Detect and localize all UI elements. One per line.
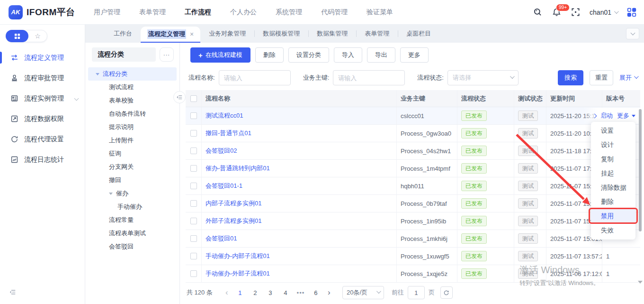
- category-more-button[interactable]: ...: [160, 47, 174, 62]
- table-row[interactable]: 会签驳回01Process_1mkhi6j已发布测试2025-11-07 15:…: [186, 230, 640, 248]
- page-number[interactable]: 3: [264, 286, 277, 299]
- tab-item[interactable]: 工作台: [105, 25, 141, 43]
- tab-close-icon[interactable]: ×: [190, 31, 194, 37]
- row-checkbox[interactable]: [190, 147, 197, 154]
- user-menu[interactable]: chan01: [590, 9, 617, 16]
- search-icon[interactable]: [533, 8, 542, 17]
- category-tree-node[interactable]: 表单校验: [85, 94, 179, 107]
- table-scrollbar[interactable]: [639, 109, 642, 231]
- page-number[interactable]: 2: [249, 286, 261, 299]
- logo[interactable]: AK IFORM平台: [9, 5, 84, 19]
- process-name-link[interactable]: 测试流程cc01: [206, 111, 243, 120]
- row-checkbox[interactable]: [190, 165, 197, 172]
- row-checkbox[interactable]: [190, 253, 197, 259]
- toolbar-button[interactable]: 导入: [334, 47, 362, 63]
- row-checkbox[interactable]: [190, 183, 197, 189]
- tab-item[interactable]: 业务对象管理: [200, 25, 254, 43]
- process-status-select[interactable]: 请选择: [447, 70, 519, 85]
- tree-caret-icon[interactable]: [109, 193, 113, 195]
- top-nav-item[interactable]: 系统管理: [273, 6, 305, 18]
- table-row[interactable]: 手动催办-内部子流程01Process_1xuwgf5已发布测试2025-11-…: [186, 248, 640, 265]
- menu-item-normal[interactable]: 设计: [591, 138, 635, 152]
- page-size-select[interactable]: 20条/页: [342, 286, 384, 299]
- sidebar-item[interactable]: 流程定义管理: [0, 47, 85, 68]
- process-name-link[interactable]: 手动催办-外部子流程01: [206, 269, 270, 278]
- next-page-button[interactable]: ›: [323, 288, 335, 297]
- refresh-button[interactable]: [440, 286, 453, 299]
- category-tree-node[interactable]: 会签驳回: [85, 240, 179, 253]
- app-launcher-icon[interactable]: [627, 8, 636, 17]
- prev-page-button[interactable]: ‹: [221, 288, 233, 297]
- sidebar-item[interactable]: 流程审批管理: [0, 68, 85, 88]
- category-tree-node[interactable]: 手动催办: [85, 200, 179, 213]
- category-tree-node[interactable]: 征询: [85, 147, 179, 160]
- favorites-star-toggle[interactable]: ☆: [28, 30, 47, 42]
- table-row[interactable]: 外部子流程多实例01Process_1in95ib已发布测试2025-11-07…: [186, 212, 640, 230]
- process-name-input[interactable]: [219, 70, 291, 85]
- category-tree-node[interactable]: 自动条件流转: [85, 107, 179, 120]
- create-process-button[interactable]: + 在线流程建模: [190, 47, 250, 63]
- top-nav-item[interactable]: 代码管理: [318, 6, 350, 18]
- table-row[interactable]: 内部子流程多实例01Process_0b79taf已发布测试2025-11-07…: [186, 195, 640, 212]
- row-checkbox[interactable]: [190, 270, 197, 277]
- page-number[interactable]: 4: [279, 286, 292, 299]
- page-number[interactable]: 1: [234, 286, 246, 299]
- process-name-link[interactable]: 催办-普通跳转到内部01: [206, 164, 270, 173]
- menu-item-normal[interactable]: 失效: [591, 223, 635, 238]
- toolbar-button[interactable]: 设置分类: [288, 47, 329, 63]
- process-name-link[interactable]: 会签驳回02: [206, 147, 237, 155]
- row-checkbox[interactable]: [190, 235, 197, 242]
- process-name-link[interactable]: 内部子流程多实例01: [206, 199, 261, 208]
- menu-grid-toggle[interactable]: [6, 30, 28, 42]
- search-button[interactable]: 搜索: [558, 70, 583, 85]
- toolbar-button[interactable]: 导出: [367, 47, 395, 63]
- category-tree-node[interactable]: 撤回: [85, 174, 179, 187]
- process-name-link[interactable]: 会签驳回01: [206, 234, 237, 243]
- business-key-input[interactable]: [333, 70, 405, 85]
- panel-collapse-button[interactable]: [173, 91, 186, 103]
- menu-item-highlighted[interactable]: 禁用: [591, 209, 635, 223]
- menu-item-normal[interactable]: 设置: [591, 124, 635, 138]
- reset-button[interactable]: 重置: [590, 70, 613, 85]
- row-checkbox[interactable]: [190, 200, 197, 207]
- sidebar-collapse-icon[interactable]: [9, 289, 19, 298]
- process-name-link[interactable]: 撤回-普通节点01: [206, 129, 251, 138]
- sidebar-item[interactable]: 流程代理设置: [0, 129, 85, 149]
- tab-item[interactable]: 数据模板管理: [254, 25, 308, 43]
- category-tree-node[interactable]: 流程常量: [85, 213, 179, 227]
- top-nav-item[interactable]: 用户管理: [91, 6, 123, 18]
- fullscreen-icon[interactable]: [571, 8, 580, 17]
- expand-row-icon[interactable]: [592, 113, 597, 118]
- category-tree-node[interactable]: 上传附件: [85, 134, 179, 147]
- menu-item-normal[interactable]: 清除数据: [591, 181, 635, 195]
- category-tree-node[interactable]: 分支网关: [85, 160, 179, 174]
- category-tree-node[interactable]: 提示说明: [85, 120, 179, 134]
- sidebar-item[interactable]: 流程数据权限: [0, 109, 85, 129]
- top-nav-item[interactable]: 个人办公: [227, 6, 259, 18]
- more-action-link[interactable]: 更多: [617, 111, 629, 120]
- table-row[interactable]: 手动催办-外部子流程01Process_1xqje5z已发布测试2025-11-…: [186, 265, 640, 283]
- tab-item[interactable]: 桌面栏目: [398, 25, 439, 43]
- goto-page-input[interactable]: [408, 286, 425, 299]
- tab-item[interactable]: 数据集管理: [308, 25, 356, 43]
- process-name-link[interactable]: 会签驳回01-1: [206, 182, 242, 190]
- row-checkbox[interactable]: [190, 112, 197, 119]
- category-tree-node[interactable]: 催办: [85, 187, 179, 200]
- top-nav-item[interactable]: 工作流程: [182, 6, 214, 18]
- menu-item-normal[interactable]: 删除: [591, 195, 635, 209]
- tab-active[interactable]: 流程定义管理×: [141, 27, 200, 43]
- sidebar-item[interactable]: 流程实例管理: [0, 88, 85, 109]
- start-action-link[interactable]: 启动: [600, 111, 613, 120]
- toolbar-button[interactable]: 删除: [255, 47, 284, 63]
- expand-filters-link[interactable]: 展开: [619, 74, 637, 82]
- row-checkbox[interactable]: [190, 218, 197, 224]
- table-row[interactable]: 会签驳回02Process_04s2hw1已发布测试2025-11-18 17:…: [186, 142, 640, 160]
- category-tree-node[interactable]: 流程表单测试: [85, 227, 179, 240]
- menu-item-normal[interactable]: 挂起: [591, 166, 635, 181]
- top-nav-item[interactable]: 表单管理: [136, 6, 169, 18]
- table-row[interactable]: 撤回-普通节点01Process_0gw3oa0已发布测试2025-11-20 …: [186, 125, 640, 142]
- tab-list-dropdown-button[interactable]: [626, 28, 639, 39]
- sidebar-item[interactable]: 流程日志统计: [0, 149, 85, 170]
- toolbar-button[interactable]: 更多: [400, 47, 429, 63]
- table-row[interactable]: 会签驳回01-1hqbh011已发布测试2025-11-07 15:39:0: [186, 177, 640, 195]
